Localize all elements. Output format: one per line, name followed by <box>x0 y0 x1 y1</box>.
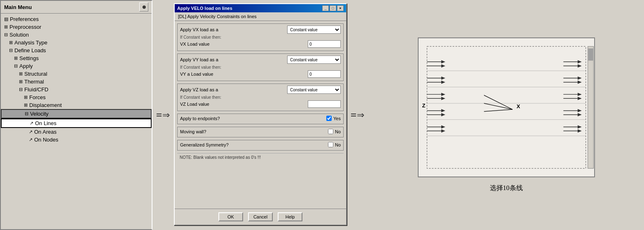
symmetry-row: Generalized Symmetry? No <box>180 142 341 147</box>
maximize-button[interactable]: □ <box>330 5 336 11</box>
sidebar-item-settings[interactable]: ⊞ Settings <box>1 54 152 62</box>
right-arrow: ⇒ <box>351 111 364 120</box>
annotation-label: 选择10条线 <box>490 184 523 193</box>
symmetry-label: Generalized Symmetry? <box>180 142 229 147</box>
analysis-type-icon: ⊞ <box>9 40 13 45</box>
moving-wall-label: Moving wall? <box>180 129 206 134</box>
sidebar-item-on-lines[interactable]: ↗ On Lines <box>1 118 152 128</box>
dialog-subtitle: [DL] Apply Velocity Constraints on lines <box>175 12 346 21</box>
sidebar-item-on-nodes[interactable]: ↗ On Nodes <box>1 136 152 144</box>
vy-load-input[interactable] <box>308 70 341 78</box>
symmetry-checkbox-group: No <box>328 142 341 147</box>
moving-wall-row: Moving wall? No <box>180 129 341 134</box>
vz-load-input[interactable] <box>308 100 341 108</box>
thermal-icon: ⊞ <box>19 79 23 84</box>
symmetry-section: Generalized Symmetry? No <box>177 140 344 151</box>
close-button[interactable]: × <box>337 5 344 11</box>
velocity-icon: ⊟ <box>25 111 28 116</box>
left-arrow: ⇒ <box>157 111 170 120</box>
moving-wall-section: Moving wall? No <box>177 127 344 137</box>
svg-text:Z: Z <box>422 102 425 109</box>
endpoints-section: Apply to endpoints? Yes <box>177 114 344 124</box>
sidebar-item-analysis-type[interactable]: ⊞ Analysis Type <box>1 39 152 46</box>
main-menu-panel: Main Menu ⊗ ▤ Preferences ⊞ Preprocessor… <box>0 0 152 230</box>
endpoints-label: Apply to endpoints? <box>180 116 220 121</box>
vz-section: Apply VZ load as a Constant value If Con… <box>177 84 344 111</box>
collapse-button[interactable]: ⊗ <box>139 2 148 12</box>
vy-apply-row: Apply VY load as a Constant value <box>180 56 341 64</box>
dialog-body: Apply VX load as a Constant value If Con… <box>175 21 346 209</box>
sidebar-item-define-loads[interactable]: ⊟ Define Loads <box>1 46 152 54</box>
apply-velo-dialog: Apply VELO load on lines _ □ × [DL] Appl… <box>174 3 347 225</box>
svg-rect-52 <box>588 46 593 168</box>
displacement-icon: ⊞ <box>24 102 28 108</box>
left-arrow-connector: ⇒ <box>152 0 174 230</box>
endpoints-row: Apply to endpoints? Yes <box>180 116 341 121</box>
sidebar-item-forces[interactable]: ⊞ Forces <box>1 93 152 101</box>
symmetry-value: No <box>335 142 341 147</box>
dialog-title: Apply VELO load on lines <box>177 6 232 11</box>
vx-load-label: VX Load value <box>180 42 210 46</box>
vx-apply-label: Apply VX load as a <box>180 27 218 32</box>
sidebar-item-preprocessor[interactable]: ⊞ Preprocessor <box>1 23 152 31</box>
main-menu-header: Main Menu ⊗ <box>1 1 152 14</box>
forces-icon: ⊞ <box>24 95 28 100</box>
fluid-cfd-icon: ⊟ <box>19 87 23 92</box>
sidebar-item-thermal[interactable]: ⊞ Thermal <box>1 78 152 86</box>
preferences-icon: ▤ <box>4 16 8 22</box>
sidebar-item-apply[interactable]: ⊟ Apply <box>1 62 152 70</box>
right-arrow-connector: ⇒ <box>347 0 368 230</box>
vy-load-label: VY a Load value <box>180 72 213 77</box>
vx-load-input[interactable] <box>308 40 341 48</box>
vz-load-label: VZ Load value <box>180 102 209 107</box>
endpoints-checkbox-group: Yes <box>326 116 341 121</box>
structural-icon: ⊞ <box>19 71 23 77</box>
vz-apply-row: Apply VZ load as a Constant value <box>180 86 341 94</box>
vx-select[interactable]: Constant value <box>287 26 341 34</box>
dialog-note: NOTE: Blank values not interpreted as 0'… <box>177 153 344 161</box>
viewport-area: X Z <box>418 37 595 177</box>
moving-wall-checkbox[interactable] <box>328 129 333 134</box>
svg-rect-53 <box>588 49 593 61</box>
force-arrows-svg: X Z <box>419 38 594 177</box>
menu-scroll-area[interactable]: ▤ Preferences ⊞ Preprocessor ⊟ Solution … <box>1 14 152 229</box>
sidebar-item-velocity[interactable]: ⊟ Velocity <box>1 109 152 118</box>
ok-button[interactable]: OK <box>218 212 243 221</box>
sidebar-item-structural[interactable]: ⊞ Structural <box>1 70 152 78</box>
right-panel: X Z 选择10条线 <box>368 0 644 230</box>
help-button[interactable]: Help <box>278 212 302 221</box>
titlebar-buttons: _ □ × <box>322 5 344 11</box>
svg-rect-0 <box>419 38 594 177</box>
sidebar-item-fluid-cfd[interactable]: ⊟ Fluid/CFD <box>1 86 152 93</box>
vx-const-label: If Constant value then: <box>180 35 341 39</box>
vy-const-label: If Constant value then: <box>180 65 341 70</box>
moving-wall-checkbox-group: No <box>328 129 341 134</box>
dialog-titlebar: Apply VELO load on lines _ □ × <box>175 4 346 12</box>
vy-select[interactable]: Constant value <box>287 56 341 64</box>
sidebar-item-on-areas[interactable]: ↗ On Areas <box>1 128 152 136</box>
cancel-button[interactable]: Cancel <box>248 212 273 221</box>
endpoints-checkbox[interactable] <box>326 116 332 121</box>
vx-apply-row: Apply VX load as a Constant value <box>180 26 341 34</box>
vz-apply-label: Apply VZ load as a <box>180 87 218 92</box>
sidebar-item-displacement[interactable]: ⊞ Displacement <box>1 101 152 109</box>
vz-const-label: If Constant value then: <box>180 95 341 100</box>
preprocessor-icon: ⊞ <box>4 24 8 30</box>
on-areas-icon: ↗ <box>29 129 33 135</box>
dialog-footer: OK Cancel Help <box>175 209 346 225</box>
moving-wall-value: No <box>335 129 341 134</box>
symmetry-checkbox[interactable] <box>328 142 333 147</box>
apply-icon: ⊟ <box>14 63 18 69</box>
vy-apply-label: Apply VY load as a <box>180 57 218 62</box>
vz-load-row: VZ Load value <box>180 100 341 108</box>
sidebar-item-solution[interactable]: ⊟ Solution <box>1 31 152 39</box>
vy-load-row: VY a Load value <box>180 70 341 78</box>
minimize-button[interactable]: _ <box>322 5 329 11</box>
solution-icon: ⊟ <box>4 32 8 37</box>
main-menu-title: Main Menu <box>4 4 32 10</box>
sidebar-item-preferences[interactable]: ▤ Preferences <box>1 15 152 23</box>
vz-select[interactable]: Constant value <box>287 86 341 94</box>
on-lines-icon: ↗ <box>30 121 33 126</box>
endpoints-value: Yes <box>333 116 341 121</box>
on-nodes-icon: ↗ <box>29 137 33 142</box>
